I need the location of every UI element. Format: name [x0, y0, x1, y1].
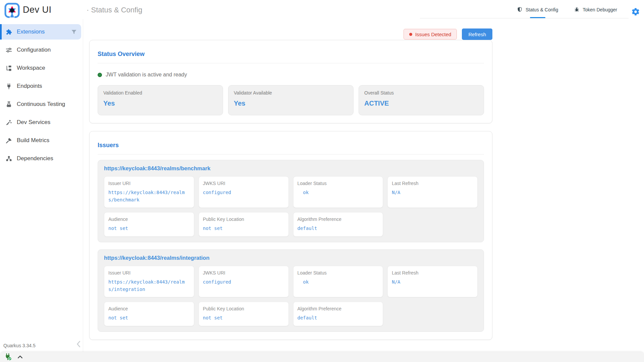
sidebar-item-label: Continuous Testing: [17, 101, 65, 108]
metric-label: Overall Status: [364, 90, 478, 96]
field-last-refresh: Last Refresh N/A: [387, 176, 478, 208]
sidebar-item-workspace[interactable]: Workspace: [0, 60, 81, 76]
issues-detected-badge[interactable]: Issues Detected: [404, 29, 457, 40]
shield-icon: [517, 7, 523, 12]
folder-tree-icon: [5, 65, 12, 72]
metric-validation-enabled: Validation Enabled Yes: [98, 85, 223, 115]
sidebar-item-label: Extensions: [17, 28, 45, 35]
field-value: N/A: [392, 279, 473, 286]
sidebar-item-label: Configuration: [17, 47, 51, 53]
page-title: OAuth Sheriff · Status & Config: [87, 6, 142, 14]
field-value: configured: [203, 189, 284, 196]
issuer-fields: Issuer URI https://keycloak:8443/realms/…: [104, 266, 478, 326]
field-audience: Audience not set: [104, 212, 194, 237]
tab-label: Status & Config: [526, 7, 558, 12]
metric-label: Validation Enabled: [103, 90, 217, 96]
sidebar-item-label: Dev Services: [17, 119, 50, 126]
quarkus-logo: [4, 2, 20, 18]
sidebar-item-build-metrics[interactable]: Build Metrics: [0, 133, 81, 148]
status-line: JWT validation is active and ready: [98, 72, 484, 78]
sidebar-item-dev-services[interactable]: Dev Services: [0, 115, 81, 130]
sidebar-item-configuration[interactable]: Configuration: [0, 42, 81, 58]
divider: [98, 63, 484, 63]
field-issuer-uri: Issuer URI https://keycloak:8443/realms/…: [104, 176, 194, 208]
tab-label: Token Debugger: [583, 7, 617, 12]
dev-ui-footer-bar[interactable]: [0, 352, 644, 362]
field-label: Loader Status: [298, 181, 379, 186]
field-label: Issuer URI: [108, 270, 190, 276]
sidebar-item-extensions[interactable]: Extensions: [0, 24, 81, 40]
filter-funnel-icon[interactable]: [71, 29, 77, 35]
field-loader-status: Loader Status ok: [293, 266, 383, 297]
field-value: not set: [203, 225, 284, 232]
refresh-button[interactable]: Refresh: [462, 28, 492, 40]
sidebar-item-endpoints[interactable]: Endpoints: [0, 78, 81, 94]
sidebar-item-label: Build Metrics: [17, 137, 49, 144]
field-label: Audience: [108, 306, 190, 311]
sidebar: Extensions Configuration Workspace: [0, 19, 83, 352]
field-label: Algorithm Preference: [298, 217, 379, 222]
chevron-up-icon[interactable]: [17, 354, 23, 360]
title-separator: ·: [87, 6, 89, 14]
metric-overall-status: Overall Status ACTIVE: [359, 85, 484, 115]
issuer-title: https://keycloak:8443/realms/benchmark: [104, 165, 478, 172]
red-dot-icon: [409, 33, 412, 36]
field-loader-status: Loader Status ok: [293, 176, 383, 208]
field-value: not set: [203, 314, 284, 322]
divider: [98, 154, 484, 155]
field-label: JWKS URI: [203, 181, 284, 186]
gear-icon[interactable]: [631, 7, 640, 16]
tab-status-config[interactable]: Status & Config: [517, 0, 558, 19]
field-algorithm-preference: Algorithm Preference default: [293, 212, 383, 237]
field-label: Algorithm Preference: [298, 306, 379, 311]
hammer-icon: [5, 137, 12, 144]
field-public-key-location: Public Key Location not set: [199, 302, 289, 326]
issuers-heading: Issuers: [98, 142, 484, 149]
field-value: not set: [108, 225, 190, 232]
field-label: Public Key Location: [203, 306, 284, 311]
field-label: Issuer URI: [108, 181, 190, 186]
status-message: JWT validation is active and ready: [106, 72, 187, 78]
issuer-title: https://keycloak:8443/realms/integration: [104, 255, 478, 261]
chevron-left-icon[interactable]: [74, 340, 83, 348]
field-algorithm-preference: Algorithm Preference default: [293, 302, 383, 326]
field-jwks-uri: JWKS URI configured: [199, 266, 289, 297]
metric-value: Yes: [234, 100, 348, 107]
tabs-divider: [420, 18, 629, 18]
flask-icon: [5, 101, 12, 108]
field-value: ok: [298, 279, 379, 286]
issuer-card-integration: https://keycloak:8443/realms/integration…: [98, 249, 484, 332]
sidebar-item-label: Dependencies: [17, 155, 53, 162]
sidebar-item-continuous-testing[interactable]: Continuous Testing: [0, 97, 81, 112]
page-subtitle: Status & Config: [91, 6, 142, 14]
metric-value: Yes: [103, 100, 217, 107]
field-public-key-location: Public Key Location not set: [199, 212, 289, 237]
field-value: N/A: [392, 189, 473, 196]
metric-validator-available: Validator Available Yes: [228, 85, 354, 115]
field-value: not set: [108, 314, 190, 322]
status-overview-card: Status Overview JWT validation is active…: [89, 40, 492, 123]
metric-value: ACTIVE: [364, 100, 478, 107]
field-label: Last Refresh: [392, 270, 473, 276]
header-tabs: Status & Config Token Debugger: [517, 0, 617, 19]
field-value: https://keycloak:8443/realms/benchmark: [108, 189, 190, 203]
field-value: default: [298, 225, 379, 232]
field-value: default: [298, 314, 379, 322]
sidebar-item-label: Endpoints: [17, 83, 42, 89]
field-audience: Audience not set: [104, 302, 194, 326]
sidebar-item-dependencies[interactable]: Dependencies: [0, 151, 81, 166]
field-value: configured: [203, 279, 284, 286]
issues-badge-label: Issues Detected: [415, 32, 451, 37]
field-label: JWKS URI: [203, 270, 284, 276]
plug-check-icon[interactable]: [4, 353, 12, 361]
issuer-card-benchmark: https://keycloak:8443/realms/benchmark I…: [98, 160, 484, 242]
cubes-icon: [5, 155, 12, 162]
puzzle-icon: [5, 28, 12, 36]
metrics-row: Validation Enabled Yes Validator Availab…: [98, 85, 484, 115]
field-label: Audience: [108, 217, 190, 222]
sliders-icon: [5, 47, 12, 54]
tab-token-debugger[interactable]: Token Debugger: [574, 0, 617, 19]
quarkus-version-label: Quarkus 3.34.5: [3, 343, 36, 348]
sidebar-item-label: Workspace: [17, 65, 45, 71]
plug-icon: [5, 83, 12, 90]
